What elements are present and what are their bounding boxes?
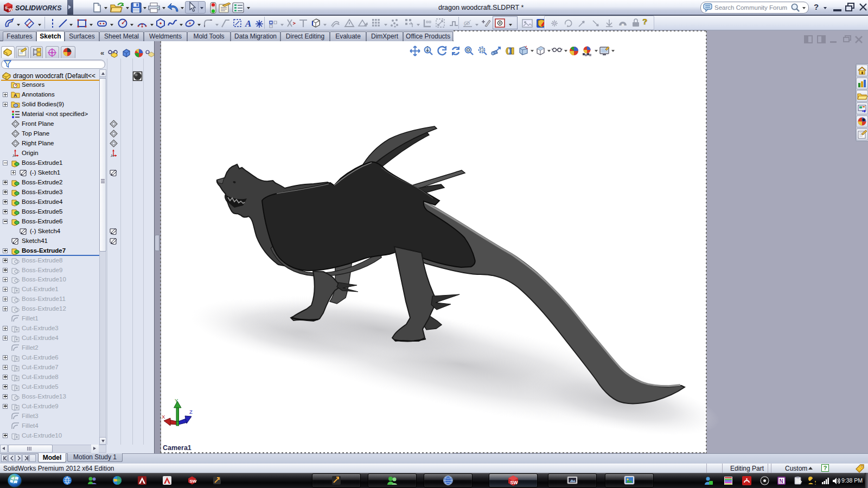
svg-text:A: A [245, 18, 251, 29]
svg-text:N: N [780, 478, 783, 484]
svg-text:SW: SW [510, 480, 519, 485]
svg-text:Z: Z [189, 409, 193, 415]
svg-text:S: S [5, 5, 8, 10]
svg-text:SW: SW [190, 479, 197, 484]
svg-text:A: A [14, 93, 17, 98]
svg-text:X: X [162, 414, 165, 420]
svg-text:W: W [9, 7, 13, 12]
svg-text:6b: 6b [464, 20, 470, 26]
